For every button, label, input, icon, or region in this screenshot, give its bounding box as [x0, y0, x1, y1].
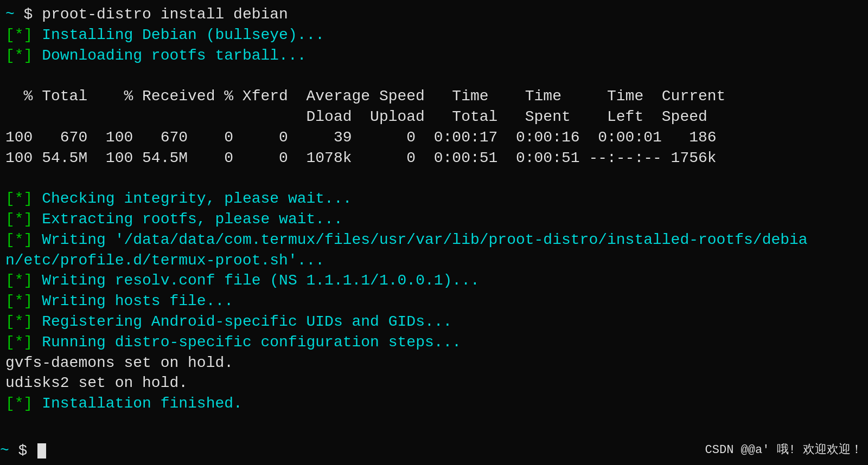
bottom-prompt: ~ $ [0, 441, 46, 461]
integrity-line: [*] Checking integrity, please wait... [5, 189, 863, 209]
extracting-line: [*] Extracting rootfs, please wait... [5, 209, 863, 230]
curl-row1: 100 670 100 670 0 0 39 0 0:00:17 0:00:16… [5, 127, 863, 148]
installing-line: [*] Installing Debian (bullseye)... [5, 25, 863, 46]
bottom-right-label: CSDN @@a' 哦! 欢迎欢迎！ [705, 442, 863, 458]
curl-row2: 100 54.5M 100 54.5M 0 0 1078k 0 0:00:51 … [5, 148, 863, 169]
curl-header2: Dload Upload Total Spent Left Speed [5, 107, 863, 127]
empty3 [5, 414, 863, 435]
curl-header1: % Total % Received % Xferd Average Speed… [5, 86, 863, 107]
registering-line: [*] Registering Android-specific UIDs an… [5, 312, 863, 332]
terminal: ~ $ proot-distro install debian [*] Inst… [0, 0, 868, 465]
running-line: [*] Running distro-specific configuratio… [5, 332, 863, 353]
writing-line1b: n/etc/profile.d/termux-proot.sh'... [5, 250, 863, 271]
udisks-line: udisks2 set on hold. [5, 373, 863, 393]
empty2 [5, 168, 863, 189]
finished-line: [*] Installation finished. [5, 393, 863, 414]
empty1 [5, 66, 863, 86]
writing-resolv: [*] Writing resolv.conf file (NS 1.1.1.1… [5, 270, 863, 291]
writing-line1: [*] Writing '/data/data/com.termux/files… [5, 230, 863, 250]
cursor [37, 443, 46, 458]
writing-hosts: [*] Writing hosts file... [5, 291, 863, 312]
downloading-line: [*] Downloading rootfs tarball... [5, 46, 863, 66]
cmd-line: ~ $ proot-distro install debian [5, 4, 863, 25]
gvfs-line: gvfs-daemons set on hold. [5, 353, 863, 373]
